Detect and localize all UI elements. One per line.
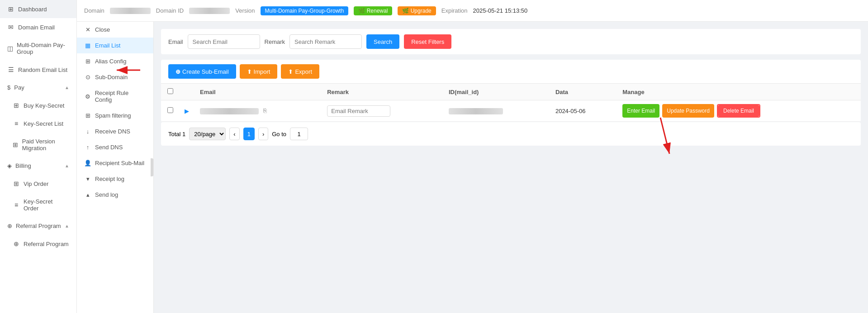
- reset-filters-button[interactable]: Reset Filters: [404, 34, 451, 49]
- sidebar-item-key-secret-order[interactable]: ≡ Key-Secret Order: [0, 193, 76, 217]
- migration-icon: ⊞: [13, 141, 19, 148]
- expand-header: [179, 84, 194, 100]
- expiration-value: 2025-05-21 15:13:50: [473, 7, 528, 14]
- close-icon: ✕: [84, 26, 91, 33]
- sidebar-item-label: Billing: [15, 162, 31, 169]
- renewal-badge[interactable]: 🌿 Renewal: [354, 6, 392, 15]
- manage-buttons: Enter Email Update Password Delete Email: [622, 104, 855, 118]
- sidebar-item-key-secret-list[interactable]: ≡ Key-Secret List: [0, 114, 76, 133]
- sidebar-item-referral-program-group[interactable]: ⊕ Referral Program ▲: [0, 217, 76, 235]
- sub-item-label: Alias Config: [95, 58, 126, 65]
- sidebar-item-vip-order[interactable]: ⊞ Vip Order: [0, 175, 76, 193]
- manage-cell: Enter Email Update Password Delete Email: [617, 100, 861, 122]
- sidebar-item-label: Pay: [14, 84, 24, 91]
- prev-page-button[interactable]: ‹: [229, 128, 239, 140]
- sidebar-item-referral-program[interactable]: ⊕ Referral Program: [0, 235, 76, 253]
- sub-item-send-log[interactable]: ▴ Send log: [77, 187, 153, 203]
- search-button[interactable]: Search: [366, 34, 399, 49]
- export-button[interactable]: ⬆ Export: [281, 64, 319, 79]
- page-size-select[interactable]: 20/page: [189, 128, 226, 140]
- sub-item-recipient-sub-mail[interactable]: 👤 Recipient Sub-Mail: [77, 155, 153, 171]
- sidebar-item-buy-key-secret[interactable]: ⊞ Buy Key-Secret: [0, 96, 76, 114]
- upgrade-badge[interactable]: 🌿 Upgrade: [398, 6, 436, 15]
- sidebar-item-domain-email[interactable]: ✉ Domain Email: [0, 18, 76, 36]
- sidebar-item-billing[interactable]: ◈ Billing ▲: [0, 157, 76, 175]
- select-all-header[interactable]: [161, 84, 179, 100]
- filter-bar: Email Remark Search Reset Filters: [161, 29, 861, 54]
- sub-item-label: Receipt Rule Config: [95, 90, 146, 103]
- upload-icon: ⬆: [247, 68, 252, 75]
- sub-item-label: Send log: [95, 191, 118, 198]
- row-checkbox-cell[interactable]: [161, 100, 179, 122]
- sub-item-spam-filtering[interactable]: ⊞ Spam filtering: [77, 108, 153, 123]
- receive-dns-icon: ↓: [84, 128, 91, 135]
- sidebar-item-paid-version-migration[interactable]: ⊞ Paid Version Migration: [0, 133, 76, 157]
- leaf-icon: 🌿: [358, 8, 365, 14]
- billing-icon: ◈: [7, 162, 12, 169]
- sub-item-label: Close: [95, 26, 110, 33]
- sub-item-email-list[interactable]: ▦ Email List: [77, 38, 153, 53]
- version-badge: Multi-Domain Pay-Group-Growth: [261, 6, 349, 15]
- delete-email-button[interactable]: Delete Email: [718, 105, 759, 117]
- recipient-icon: 👤: [84, 160, 91, 166]
- sub-item-close[interactable]: ✕ Close: [77, 22, 153, 38]
- left-sidebar: ⊞ Dashboard ✉ Domain Email ◫ Multi-Domai…: [0, 0, 77, 313]
- sidebar-item-label: Key-Secret Order: [24, 198, 69, 212]
- table-section: ⊕ Create Sub-Email ⬆ Import ⬆ Export: [161, 60, 861, 146]
- import-button[interactable]: ⬆ Import: [240, 64, 278, 79]
- copy-icon[interactable]: ⎘: [263, 107, 267, 114]
- sidebar-item-random-email[interactable]: ☰ Random Email List: [0, 61, 76, 79]
- alias-icon: ⊞: [84, 58, 91, 65]
- key-secret-icon: ⊞: [13, 102, 20, 109]
- upgrade-label: Upgrade: [411, 8, 432, 14]
- remark-filter-label: Remark: [265, 38, 285, 45]
- update-password-button[interactable]: Update Password: [662, 104, 714, 118]
- enter-email-button[interactable]: Enter Email: [622, 104, 659, 118]
- vip-icon: ⊞: [13, 180, 20, 187]
- sub-item-send-dns[interactable]: ↑ Send DNS: [77, 139, 153, 155]
- domain-id-label: Domain ID: [156, 7, 184, 14]
- date-cell: 2024-05-06: [550, 100, 617, 122]
- sub-item-label: Sub-Domain: [95, 74, 128, 81]
- data-column-header: Data: [550, 84, 617, 100]
- sub-item-label: Email List: [95, 42, 120, 49]
- sidebar-item-label: Multi-Domain Pay-Group: [17, 42, 69, 55]
- current-page-button[interactable]: 1: [243, 128, 255, 140]
- sub-sidebar: ✕ Close ▦ Email List ⊞ Alias Config ⊙ Su…: [77, 22, 154, 313]
- sidebar-item-multi-domain[interactable]: ◫ Multi-Domain Pay-Group: [0, 36, 76, 61]
- next-page-button[interactable]: ›: [258, 128, 268, 140]
- domain-value: [110, 8, 151, 14]
- row-checkbox[interactable]: [167, 107, 173, 113]
- domain-id-value: [189, 8, 230, 14]
- remark-cell: [322, 100, 443, 122]
- email-search-input[interactable]: [188, 34, 260, 49]
- select-all-checkbox[interactable]: [167, 88, 173, 94]
- remark-column-header: Remark: [322, 84, 443, 100]
- remark-input[interactable]: [327, 105, 390, 117]
- action-bar: ⊕ Create Sub-Email ⬆ Import ⬆ Export: [161, 60, 861, 84]
- expiration-label: Expiration: [441, 7, 468, 14]
- sub-item-receipt-log[interactable]: ▾ Receipt log: [77, 171, 153, 187]
- sub-item-alias-config[interactable]: ⊞ Alias Config: [77, 53, 153, 69]
- create-sub-email-button[interactable]: ⊕ Create Sub-Email: [168, 64, 236, 79]
- id-masked-value: [449, 108, 503, 114]
- row-expand-cell[interactable]: ▶: [179, 100, 194, 122]
- sub-item-label: Receipt log: [95, 175, 124, 182]
- sidebar-item-pay[interactable]: $ Pay ▲: [0, 79, 76, 96]
- sub-item-receive-dns[interactable]: ↓ Receive DNS: [77, 123, 153, 139]
- sidebar-item-label: Key-Secret List: [24, 120, 63, 127]
- email-list-icon: ▦: [84, 42, 91, 49]
- import-label: Import: [254, 68, 270, 75]
- sub-sidebar-collapse[interactable]: [151, 158, 153, 176]
- remark-search-input[interactable]: [289, 34, 362, 49]
- id-column-header: ID(mail_id): [443, 84, 550, 100]
- goto-input[interactable]: [290, 128, 308, 140]
- sub-item-label: Receive DNS: [95, 128, 130, 135]
- sub-item-label: Send DNS: [95, 144, 123, 151]
- sub-item-sub-domain[interactable]: ⊙ Sub-Domain: [77, 69, 153, 85]
- sidebar-item-dashboard[interactable]: ⊞ Dashboard: [0, 0, 76, 18]
- multi-domain-icon: ◫: [7, 45, 13, 52]
- chevron-up-icon-referral: ▲: [65, 223, 69, 228]
- sub-item-receipt-rule-config[interactable]: ⚙ Receipt Rule Config: [77, 85, 153, 108]
- manage-column-header: Manage: [617, 84, 861, 100]
